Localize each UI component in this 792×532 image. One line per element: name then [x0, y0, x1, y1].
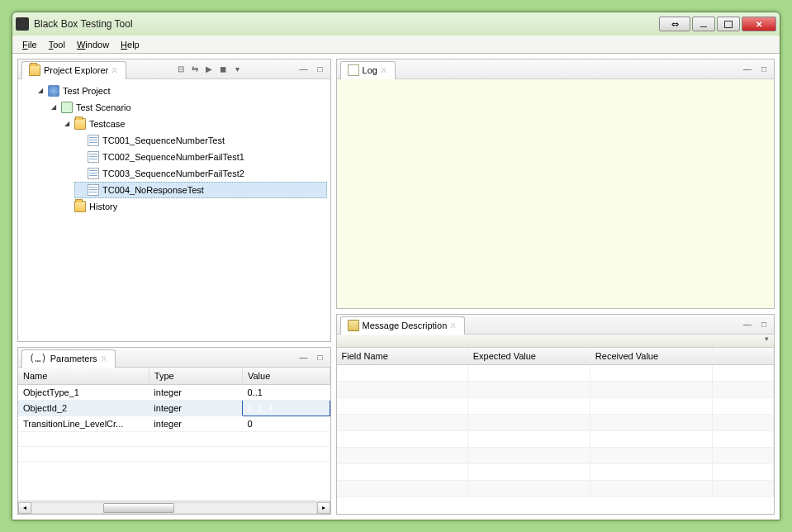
- folder-open-icon: [74, 118, 86, 130]
- params-col-type[interactable]: Type: [149, 368, 242, 385]
- msg-col-received[interactable]: Received Value: [590, 348, 712, 365]
- message-tabbar: Message Description ⛌ — □: [337, 315, 774, 335]
- folder-closed-icon: [74, 201, 86, 212]
- param-value-editing[interactable]: 0..1, 4: [242, 401, 330, 416]
- link-editor-icon[interactable]: ⇆: [189, 64, 201, 75]
- scroll-right-button[interactable]: ▸: [317, 502, 330, 514]
- menu-window[interactable]: Window: [72, 38, 114, 51]
- spacer: [76, 136, 84, 145]
- table-row[interactable]: [337, 431, 774, 448]
- maximize-pane-icon[interactable]: □: [757, 63, 771, 76]
- table-row[interactable]: [18, 432, 330, 447]
- params-col-value[interactable]: Value: [242, 368, 330, 385]
- tree-testcase-folder[interactable]: ◢ Testcase: [61, 116, 327, 132]
- expander-icon[interactable]: ◢: [50, 103, 58, 112]
- menu-window-label: indow: [85, 40, 109, 50]
- expander-icon[interactable]: ◢: [36, 87, 45, 95]
- expander-icon[interactable]: ◢: [63, 120, 71, 128]
- param-name[interactable]: TransitionLine_LevelCr...: [18, 416, 149, 432]
- tree-history-label: History: [89, 199, 117, 214]
- params-col-name[interactable]: Name: [18, 368, 149, 385]
- tab-close-x: ⛌: [111, 66, 119, 74]
- spacer: [76, 186, 84, 194]
- msg-col-field[interactable]: Field Name: [337, 348, 468, 365]
- tree-root-project[interactable]: ◢ Test Project: [35, 83, 327, 99]
- message-tab[interactable]: Message Description ⛌: [340, 316, 466, 335]
- pane-controls: — □: [297, 351, 327, 364]
- maximize-pane-icon[interactable]: □: [314, 351, 327, 364]
- message-table-wrap: Field Name Expected Value Received Value: [337, 348, 774, 514]
- param-value[interactable]: 0..1: [242, 385, 330, 401]
- table-row[interactable]: ObjectType_1 integer 0..1: [18, 385, 330, 401]
- scroll-track[interactable]: [31, 502, 317, 514]
- table-row[interactable]: [337, 481, 774, 497]
- file-icon: [88, 168, 99, 179]
- message-icon: [348, 320, 359, 331]
- table-row[interactable]: [337, 365, 774, 382]
- param-type[interactable]: integer: [149, 416, 242, 432]
- collapse-all-icon[interactable]: ⊟: [175, 64, 187, 75]
- tree-item-tc002[interactable]: TC002_SequenceNumberFailTest1: [74, 149, 327, 165]
- window-title: Black Box Testing Tool: [34, 18, 659, 30]
- pane-controls: — □: [297, 63, 327, 76]
- menu-tool[interactable]: Tool: [44, 38, 70, 51]
- stop-icon[interactable]: ◼: [217, 64, 229, 75]
- scroll-thumb[interactable]: [103, 503, 174, 513]
- titlebar: Black Box Testing Tool: [12, 12, 780, 36]
- message-description-pane: Message Description ⛌ — □ Field Name: [336, 314, 775, 515]
- message-table[interactable]: Field Name Expected Value Received Value: [337, 348, 774, 497]
- minimize-pane-icon[interactable]: —: [297, 63, 311, 76]
- project-tree[interactable]: ◢ Test Project ◢ Test Scenario: [18, 79, 330, 341]
- table-row[interactable]: [337, 464, 774, 481]
- parameters-tabbar: (…) Parameters ⛌ — □: [18, 348, 330, 368]
- maximize-button[interactable]: [717, 17, 740, 31]
- minimize-pane-icon[interactable]: —: [741, 318, 754, 331]
- close-button[interactable]: [742, 17, 776, 31]
- tree-item-label: TC001_SequenceNumberTest: [102, 133, 225, 148]
- table-row[interactable]: TransitionLine_LevelCr... integer 0: [18, 416, 330, 432]
- maximize-pane-icon[interactable]: □: [757, 318, 771, 331]
- parameters-icon: (…): [29, 353, 47, 364]
- param-value[interactable]: 0: [242, 416, 330, 432]
- tree-scenario[interactable]: ◢ Test Scenario: [48, 99, 327, 116]
- minimize-pane-icon[interactable]: —: [741, 63, 754, 76]
- tree-root-label: Test Project: [63, 83, 110, 98]
- table-row[interactable]: [337, 382, 774, 398]
- menu-file[interactable]: File: [17, 38, 42, 51]
- minimize-button[interactable]: [692, 17, 715, 31]
- table-row[interactable]: [337, 398, 774, 415]
- parameters-table[interactable]: Name Type Value ObjectType_1 integer 0..…: [18, 368, 330, 462]
- param-type[interactable]: integer: [149, 385, 242, 401]
- menu-help-label: elp: [127, 40, 140, 50]
- param-name[interactable]: ObjectId_2: [18, 401, 149, 416]
- table-row[interactable]: ObjectId_2 integer 0..1, 4: [18, 401, 330, 416]
- tree-item-tc001[interactable]: TC001_SequenceNumberTest: [74, 132, 327, 149]
- project-explorer-tab[interactable]: Project Explorer ⛌: [21, 61, 126, 79]
- tree-item-tc004[interactable]: TC004_NoResponseTest: [74, 182, 327, 198]
- tree-history-folder[interactable]: History: [61, 198, 327, 215]
- pane-controls: — □: [741, 318, 771, 331]
- parameters-table-wrap: Name Type Value ObjectType_1 integer 0..…: [18, 368, 330, 501]
- log-tabbar: Log ⛌ — □: [337, 59, 774, 79]
- view-menu-icon[interactable]: ▾: [231, 64, 243, 75]
- log-body[interactable]: [337, 79, 774, 308]
- message-toolbar[interactable]: [337, 335, 774, 348]
- tree-item-label: TC002_SequenceNumberFailTest1: [102, 150, 244, 164]
- menu-help[interactable]: Help: [116, 38, 145, 51]
- right-column: Log ⛌ — □ Message Description ⛌: [336, 59, 775, 515]
- param-name[interactable]: ObjectType_1: [18, 385, 149, 401]
- tree-item-tc003[interactable]: TC003_SequenceNumberFailTest2: [74, 165, 327, 182]
- log-tab[interactable]: Log ⛌: [340, 61, 396, 79]
- table-row[interactable]: [18, 447, 330, 462]
- maximize-pane-icon[interactable]: □: [314, 63, 327, 76]
- restore-button[interactable]: [659, 17, 690, 31]
- table-row[interactable]: [337, 415, 774, 431]
- parameters-tab[interactable]: (…) Parameters ⛌: [21, 349, 116, 368]
- minimize-pane-icon[interactable]: —: [297, 351, 311, 364]
- horizontal-scrollbar[interactable]: ◂ ▸: [18, 501, 330, 514]
- msg-col-expected[interactable]: Expected Value: [467, 348, 590, 365]
- param-type[interactable]: integer: [149, 401, 242, 416]
- run-icon[interactable]: ▶: [203, 64, 215, 75]
- table-row[interactable]: [337, 448, 774, 464]
- scroll-left-button[interactable]: ◂: [18, 502, 31, 514]
